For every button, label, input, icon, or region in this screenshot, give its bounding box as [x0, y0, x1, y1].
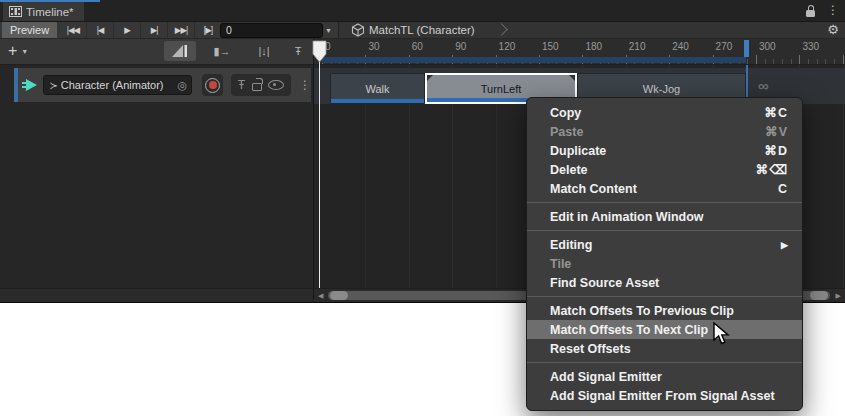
playhead-marker[interactable]	[312, 40, 327, 63]
gear-icon[interactable]: ⚙	[827, 22, 839, 38]
ruler-minor-tick	[782, 59, 783, 64]
menu-shortcut: ⌘C	[764, 105, 788, 120]
scrollbar-handle-left[interactable]	[330, 291, 348, 300]
prev-frame-button[interactable]: |◀	[87, 22, 114, 38]
menu-item-reset-offsets[interactable]: Reset Offsets	[527, 339, 802, 358]
record-button[interactable]	[202, 74, 223, 96]
ruler-major-tick	[756, 55, 757, 64]
ruler-label: 90	[455, 41, 466, 52]
frame-dropdown-icon[interactable]: ▼	[325, 27, 332, 34]
menu-item-find-source-asset[interactable]: Find Source Asset	[527, 273, 802, 292]
mix-ramp-icon	[172, 45, 188, 57]
mix-mode-button[interactable]	[164, 41, 196, 61]
menu-item-add-signal-emitter[interactable]: Add Signal Emitter	[527, 367, 802, 386]
playhead-line	[319, 62, 320, 288]
menu-separator	[527, 362, 802, 363]
ruler-minor-tick	[773, 59, 774, 64]
clip-walk[interactable]: Walk	[330, 73, 425, 104]
ruler-major-tick	[843, 55, 844, 64]
timeline-toolbar: + ▼ ▮→|↓|Ŧ	[0, 39, 313, 65]
menu-item-paste: Paste⌘V	[527, 122, 802, 141]
infinite-clip-icon: ∞	[758, 77, 769, 94]
track-binding-field[interactable]: ≻ Character (Animator) ◎	[43, 75, 192, 95]
ruler-minor-tick	[747, 59, 748, 64]
ruler-label: 180	[585, 41, 602, 52]
menu-item-editing[interactable]: Editing▶	[527, 235, 802, 254]
clip-label: TurnLeft	[481, 83, 522, 95]
mouse-cursor	[712, 322, 732, 346]
track-option-buttons: Ŧ	[231, 74, 291, 96]
ruler-minor-tick	[765, 59, 766, 64]
unlock-icon[interactable]	[252, 83, 262, 91]
tab-timeline[interactable]: Timeline*	[3, 2, 84, 21]
menu-item-match-offsets-to-previous-clip[interactable]: Match Offsets To Previous Clip	[527, 301, 802, 320]
menu-item-label: Match Offsets To Next Clip	[550, 323, 788, 337]
animator-avatar-icon: ≻	[49, 80, 57, 91]
ruler-label: 210	[629, 41, 646, 52]
menu-item-label: Add Signal Emitter	[550, 370, 788, 384]
track-binding-label: Character (Animator)	[61, 79, 164, 91]
next-frame-button[interactable]: ▶|	[141, 22, 168, 38]
menu-item-label: Find Source Asset	[550, 276, 788, 290]
ruler-minor-tick	[825, 59, 826, 64]
menu-item-label: Tile	[550, 257, 788, 271]
time-ruler[interactable]: 0306090120150180210240270300330360	[314, 39, 845, 65]
menu-separator	[527, 296, 802, 297]
blend-out-icon	[569, 75, 575, 81]
context-menu: Copy⌘CPaste⌘VDuplicate⌘DDelete⌘⌫Match Co…	[526, 97, 803, 411]
ruler-minor-tick	[808, 59, 809, 64]
menu-item-match-content[interactable]: Match ContentC	[527, 179, 802, 198]
menu-item-delete[interactable]: Delete⌘⌫	[527, 160, 802, 179]
ruler-minor-tick	[834, 59, 835, 64]
playback-controls: |◀◀|◀▶▶|▶▶|[▶]	[60, 22, 222, 38]
menu-item-label: Paste	[550, 125, 753, 139]
ripple-mode-button[interactable]: ▮→	[206, 41, 238, 61]
screenshot-stage: Timeline* ⋮ Preview |◀◀|◀▶▶|▶▶|[▶] 0 ▼ M…	[0, 0, 845, 416]
menu-item-label: Delete	[550, 163, 744, 177]
breadcrumb-title[interactable]: MatchTL (Character)	[369, 22, 475, 38]
menu-item-tile: Tile	[527, 254, 802, 273]
timeline-end-marker[interactable]	[744, 40, 749, 57]
preview-toggle[interactable]: Preview	[2, 22, 57, 38]
left-hscrollbar[interactable]	[0, 288, 313, 302]
mute-eye-icon[interactable]	[268, 80, 284, 90]
track-pin-icon[interactable]: Ŧ	[238, 78, 245, 92]
play-range-button[interactable]: [▶]	[195, 22, 222, 38]
add-track-button[interactable]: + ▼	[8, 42, 28, 60]
transport-bar: Preview |◀◀|◀▶▶|▶▶|[▶] 0 ▼ MatchTL (Char…	[0, 22, 845, 39]
animation-track-header[interactable]: ≻ Character (Animator) ◎ Ŧ ⋮	[14, 68, 311, 102]
menu-item-copy[interactable]: Copy⌘C	[527, 103, 802, 122]
menu-item-match-offsets-to-next-clip[interactable]: Match Offsets To Next Clip	[527, 320, 802, 339]
menu-shortcut: ⌘⌫	[756, 162, 788, 177]
menu-item-add-signal-emitter-from-signal-asset[interactable]: Add Signal Emitter From Signal Asset	[527, 386, 802, 405]
clip-label: Walk	[365, 83, 389, 95]
menu-item-label: Match Content	[550, 182, 766, 196]
lock-icon[interactable]	[806, 10, 815, 17]
track-kebab-icon[interactable]: ⋮	[299, 78, 311, 92]
goto-start-button[interactable]: |◀◀	[60, 22, 87, 38]
ruler-major-tick	[799, 55, 800, 64]
scroll-left-icon[interactable]: ◀	[318, 292, 323, 300]
menu-item-label: Match Offsets To Previous Clip	[550, 304, 788, 318]
scroll-right-icon[interactable]: ▶	[836, 292, 841, 300]
menu-item-label: Duplicate	[550, 144, 752, 158]
play-button[interactable]: ▶	[114, 22, 141, 38]
ruler-label: 270	[716, 41, 733, 52]
prefab-cube-icon	[351, 23, 365, 37]
record-ring-icon	[205, 78, 220, 93]
menu-item-duplicate[interactable]: Duplicate⌘D	[527, 141, 802, 160]
marker-pin-button[interactable]: Ŧ	[282, 41, 314, 61]
goto-end-button[interactable]: ▶▶|	[168, 22, 195, 38]
object-picker-icon[interactable]: ◎	[177, 79, 187, 92]
menu-item-label: Editing	[550, 238, 781, 252]
menu-item-edit-in-animation-window[interactable]: Edit in Animation Window	[527, 207, 802, 226]
ruler-label: 60	[412, 41, 423, 52]
ruler-label: 120	[499, 41, 516, 52]
menu-shortcut: ⌘V	[765, 124, 788, 139]
replace-mode-button[interactable]: |↓|	[248, 41, 280, 61]
window-menu-icon[interactable]: ⋮	[827, 3, 839, 18]
ruler-label: 240	[672, 41, 689, 52]
scrollbar-handle-right[interactable]	[810, 291, 828, 300]
menu-item-label: Edit in Animation Window	[550, 210, 788, 224]
frame-input[interactable]: 0	[220, 23, 323, 38]
